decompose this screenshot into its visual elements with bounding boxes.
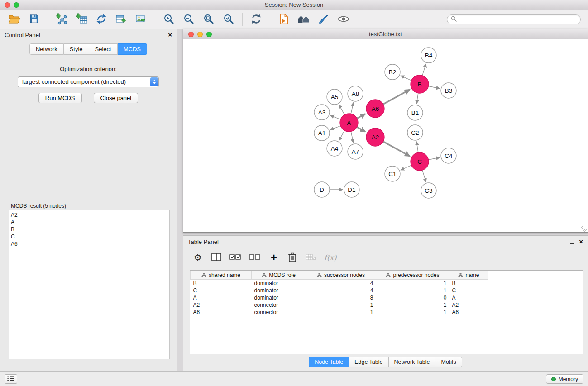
edge-A-A2[interactable] (357, 127, 366, 132)
table-cell[interactable]: dominator (252, 287, 306, 294)
table-cell[interactable]: 4 (306, 287, 376, 294)
table-cell[interactable]: B (449, 280, 488, 287)
node-B2[interactable]: B2 (385, 64, 400, 80)
show-columns-button[interactable] (211, 251, 222, 264)
tab-mcds[interactable]: MCDS (118, 43, 147, 55)
table-cell[interactable]: C (449, 287, 488, 294)
mcds-result-item[interactable]: A (11, 219, 167, 226)
node-C2[interactable]: C2 (407, 125, 423, 140)
zoom-in-button[interactable] (160, 12, 177, 27)
add-column-button[interactable]: + (268, 251, 279, 264)
style-brush-button[interactable] (315, 12, 332, 27)
search-field[interactable] (447, 14, 581, 24)
refresh-button[interactable] (248, 12, 265, 27)
edge-C-C1[interactable] (401, 165, 411, 170)
node-A7[interactable]: A7 (348, 144, 363, 159)
node-A3[interactable]: A3 (314, 105, 330, 120)
table-cell[interactable]: A6 (449, 309, 488, 316)
table-cell[interactable]: 1 (376, 280, 449, 287)
node-B4[interactable]: B4 (421, 48, 436, 63)
edge-A-A6[interactable] (357, 114, 365, 119)
mcds-result-item[interactable]: C (11, 233, 167, 240)
node-D[interactable]: D (314, 182, 330, 197)
table-row[interactable]: Bdominator41B (191, 280, 488, 287)
edge-B-B1[interactable] (416, 93, 418, 104)
tab-style[interactable]: Style (64, 43, 89, 55)
zoom-out-button[interactable] (180, 12, 197, 27)
mcds-result-item[interactable]: A2 (11, 211, 167, 219)
table-cell[interactable]: 1 (306, 309, 376, 316)
export-image-button[interactable] (133, 12, 150, 27)
table-cell[interactable]: connector (252, 301, 306, 309)
table-cell[interactable]: dominator (252, 280, 306, 287)
table-cell[interactable]: A6 (191, 309, 252, 316)
column-header-MCDS-role[interactable]: MCDS role (252, 271, 306, 280)
zoom-network-window-button[interactable] (206, 32, 212, 37)
close-window-button[interactable] (5, 2, 10, 8)
table-cell[interactable]: 4 (306, 280, 376, 287)
column-header-name[interactable]: name (449, 271, 488, 280)
task-history-button[interactable] (5, 374, 17, 384)
table-cell[interactable]: B (191, 280, 252, 287)
clipboard-button[interactable] (275, 12, 292, 27)
table-cell[interactable]: 1 (306, 301, 376, 309)
table-cell[interactable]: connector (252, 309, 306, 316)
column-header-successor-nodes[interactable]: successor nodes (306, 271, 376, 280)
resize-grip[interactable] (581, 226, 587, 232)
save-session-button[interactable] (25, 12, 43, 27)
table-row[interactable]: A6connector11A6 (191, 309, 488, 316)
home-view-button[interactable] (295, 12, 312, 27)
node-B1[interactable]: B1 (407, 105, 423, 120)
edge-A-A4[interactable] (339, 130, 344, 140)
network-window-titlebar[interactable]: testGlobe.txt (183, 29, 588, 39)
mcds-result-item[interactable]: A6 (11, 240, 167, 248)
table-cell[interactable]: A2 (191, 301, 252, 309)
zoom-selected-button[interactable] (220, 12, 237, 27)
edge-A-A1[interactable] (330, 126, 341, 130)
close-table-panel-icon[interactable]: × (579, 239, 583, 244)
open-session-button[interactable] (5, 12, 23, 27)
column-header-predecessor-nodes[interactable]: predecessor nodes (376, 271, 449, 280)
zoom-fit-button[interactable] (200, 12, 217, 27)
column-header-shared-name[interactable]: shared name (191, 271, 252, 280)
run-mcds-button[interactable]: Run MCDS (38, 93, 82, 103)
close-network-window-button[interactable] (188, 32, 194, 37)
tab-node-table[interactable]: Node Table (309, 357, 349, 367)
window-titlebar[interactable]: Session: New Session (0, 0, 588, 10)
node-B3[interactable]: B3 (441, 83, 456, 98)
node-A4[interactable]: A4 (327, 141, 342, 156)
mcds-result-item[interactable]: B (11, 226, 167, 233)
edge-B-B2[interactable] (401, 76, 411, 81)
edge-A2-C[interactable] (383, 142, 410, 156)
node-table-container[interactable]: shared nameMCDS rolesuccessor nodesprede… (190, 270, 583, 354)
delete-column-button[interactable] (287, 251, 298, 264)
table-cell[interactable]: dominator (252, 294, 306, 301)
node-C[interactable]: C (411, 152, 429, 171)
table-row[interactable]: Adominator80A (191, 294, 488, 301)
export-table-button[interactable] (113, 12, 130, 27)
node-C1[interactable]: C1 (385, 166, 400, 181)
node-A[interactable]: A (340, 114, 358, 132)
table-cell[interactable]: 0 (376, 294, 449, 301)
mcds-result-list[interactable]: A2ABCA6 (9, 210, 170, 359)
node-C4[interactable]: C4 (441, 148, 456, 163)
node-A6[interactable]: A6 (366, 100, 384, 118)
edge-A6-B[interactable] (383, 90, 410, 104)
edge-B-B4[interactable] (422, 64, 426, 76)
memory-button[interactable]: Memory (546, 374, 583, 384)
network-canvas[interactable]: B4B2BB3A8A5A6B1A3AC2A1A2A4A7C4CC1C3DD1 (183, 40, 588, 232)
node-A2[interactable]: A2 (366, 128, 384, 146)
network-graph[interactable]: B4B2BB3A8A5A6B1A3AC2A1A2A4A7C4CC1C3DD1 (183, 40, 588, 232)
edge-C-C3[interactable] (422, 170, 426, 182)
function-builder-button[interactable]: f(x) (324, 251, 336, 264)
tab-select[interactable]: Select (89, 43, 118, 55)
table-row[interactable]: A2connector11A2 (191, 301, 488, 309)
node-B[interactable]: B (411, 75, 429, 93)
table-cell[interactable]: 8 (306, 294, 376, 301)
close-panel-icon[interactable]: × (168, 33, 172, 37)
table-cell[interactable]: A2 (449, 301, 488, 309)
table-cell[interactable]: 1 (376, 301, 449, 309)
edge-C-C2[interactable] (416, 142, 418, 152)
edge-C-C4[interactable] (429, 157, 440, 160)
tab-network[interactable]: Network (29, 43, 64, 55)
